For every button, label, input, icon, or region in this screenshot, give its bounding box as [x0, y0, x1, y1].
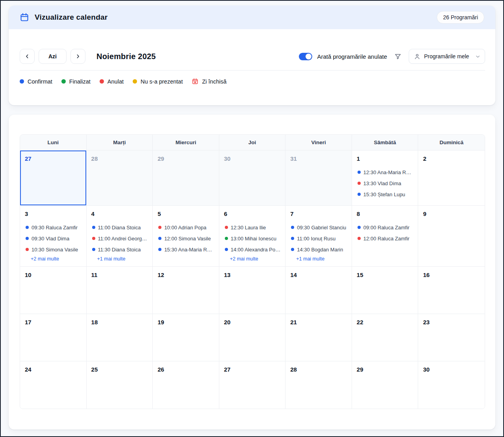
calendar-x-icon [192, 78, 198, 85]
day-number: 23 [423, 318, 480, 326]
day-cell[interactable]: 18 [87, 314, 153, 361]
day-cell[interactable]: 27 [219, 361, 286, 409]
day-cell[interactable]: 709:30 Gabriel Stanciu11:00 Ionuț Rusu14… [285, 206, 352, 267]
day-cell[interactable]: 21 [285, 314, 352, 361]
day-number: 26 [158, 366, 214, 374]
day-cell[interactable]: 510:00 Adrian Popa12:00 Simona Vasile15:… [153, 206, 219, 267]
event-item[interactable]: 12:30 Ana-Maria Radu [357, 167, 413, 178]
day-cell[interactable]: 27 [20, 151, 87, 206]
event-label: 13:00 Mihai Ionescu [231, 236, 276, 242]
event-label: 09:30 Gabriel Stanciu [297, 225, 346, 231]
event-status-dot [225, 248, 228, 251]
event-item[interactable]: 09:00 Raluca Zamfir [357, 222, 413, 233]
event-label: 12:30 Laura Ilie [231, 225, 266, 231]
day-cell[interactable]: 24 [20, 361, 87, 409]
day-cell[interactable]: 14 [285, 267, 352, 314]
day-cell[interactable]: 20 [219, 314, 286, 361]
day-cell[interactable]: 309:30 Raluca Zamfir09:30 Vlad Dima10:30… [20, 206, 87, 267]
next-month-button[interactable] [70, 49, 85, 64]
event-item[interactable]: 11:30 Diana Stoica [91, 244, 148, 255]
event-label: 12:30 Ana-Maria Radu [363, 169, 413, 175]
events-list: 12:30 Laura Ilie13:00 Mihai Ionescu14:00… [224, 222, 281, 255]
more-events-link[interactable]: +1 mai multe [97, 256, 126, 262]
day-cell[interactable]: 411:00 Diana Stoica11:00 Andrei Georges…… [87, 206, 153, 267]
event-item[interactable]: 12:00 Simona Vasile [158, 233, 214, 244]
event-item[interactable]: 14:30 Bogdan Marin [290, 244, 347, 255]
appointments-count-badge: 26 Programări [437, 11, 484, 24]
calendar-header-card: Vizualizare calendar 26 Programări Azi N… [9, 6, 495, 105]
event-label: 12:00 Raluca Zamfir [363, 236, 410, 242]
legend-item-3: Nu s-a prezentat [133, 78, 183, 85]
event-item[interactable]: 11:00 Diana Stoica [91, 222, 148, 233]
day-cell[interactable]: 2 [418, 151, 485, 206]
event-item[interactable]: 09:30 Vlad Dima [25, 233, 82, 244]
day-number: 8 [357, 210, 413, 218]
event-item[interactable]: 11:00 Ionuț Rusu [290, 233, 347, 244]
event-item[interactable]: 10:00 Adrian Popa [158, 222, 214, 233]
day-cell[interactable]: 9 [418, 206, 485, 267]
more-events-link[interactable]: +2 mai multe [230, 256, 258, 262]
status-dot-icon [133, 79, 137, 84]
status-dot-icon [20, 79, 24, 84]
day-cell[interactable]: 28 [87, 151, 153, 206]
event-item[interactable]: 13:00 Mihai Ionescu [224, 233, 281, 244]
event-item[interactable]: 13:30 Vlad Dima [357, 178, 413, 189]
event-status-dot [291, 248, 294, 251]
filter-button[interactable] [393, 52, 402, 61]
day-cell[interactable]: 22 [352, 314, 419, 361]
day-cell[interactable]: 15 [352, 267, 419, 314]
event-label: 13:30 Vlad Dima [363, 180, 401, 186]
day-cell[interactable]: 10 [20, 267, 87, 314]
day-number: 18 [91, 318, 148, 326]
day-cell[interactable]: 13 [219, 267, 286, 314]
more-events-link[interactable]: +2 mai multe [31, 256, 59, 262]
day-cell[interactable]: 28 [285, 361, 352, 409]
day-number: 19 [158, 318, 214, 326]
event-status-dot [92, 237, 95, 240]
event-item[interactable]: 15:30 Ana-Maria Radu [158, 244, 214, 255]
event-item[interactable]: 12:30 Laura Ilie [224, 222, 281, 233]
day-cell[interactable]: 23 [418, 314, 485, 361]
day-cell[interactable]: 16 [418, 267, 485, 314]
day-cell[interactable]: 31 [285, 151, 352, 206]
calendar-page: Vizualizare calendar 26 Programări Azi N… [0, 0, 504, 437]
legend-item-1: Finalizat [61, 78, 91, 85]
day-cell[interactable]: 29 [153, 151, 219, 206]
toolbar-divider [20, 70, 485, 71]
event-item[interactable]: 14:00 Alexandra Pop… [224, 244, 281, 255]
day-cell[interactable]: 17 [20, 314, 87, 361]
event-item[interactable]: 11:00 Andrei Georges… [91, 233, 148, 244]
show-cancelled-toggle[interactable] [299, 53, 312, 60]
today-button[interactable]: Azi [39, 49, 67, 64]
staff-filter-select[interactable]: Programările mele [409, 49, 485, 64]
weekday-header: Miercuri [153, 135, 219, 151]
prev-month-button[interactable] [20, 49, 35, 64]
day-cell[interactable]: 112:30 Ana-Maria Radu13:30 Vlad Dima15:3… [352, 151, 419, 206]
calendar-toolbar: Azi Noiembrie 2025 Arată programările an… [20, 49, 485, 64]
events-list: 09:00 Raluca Zamfir12:00 Raluca Zamfir [357, 222, 413, 244]
event-item[interactable]: 10:30 Simona Vasile [25, 244, 82, 255]
day-cell[interactable]: 25 [87, 361, 153, 409]
event-item[interactable]: 15:30 Ștefan Lupu [357, 189, 413, 200]
day-cell[interactable]: 19 [153, 314, 219, 361]
event-item[interactable]: 12:00 Raluca Zamfir [357, 233, 413, 244]
more-events-link[interactable]: +1 mai multe [296, 256, 324, 262]
event-item[interactable]: 09:30 Raluca Zamfir [25, 222, 82, 233]
day-cell[interactable]: 12 [153, 267, 219, 314]
day-cell[interactable]: 11 [87, 267, 153, 314]
day-cell[interactable]: 809:00 Raluca Zamfir12:00 Raluca Zamfir [352, 206, 419, 267]
day-cell[interactable]: 30 [418, 361, 485, 409]
weekday-header: Joi [219, 135, 286, 151]
day-cell[interactable]: 26 [153, 361, 219, 409]
week-row: 2728293031112:30 Ana-Maria Radu13:30 Vla… [20, 151, 485, 206]
day-number: 10 [25, 271, 82, 279]
day-cell[interactable]: 612:30 Laura Ilie13:00 Mihai Ionescu14:0… [219, 206, 286, 267]
day-number: 17 [25, 318, 82, 326]
day-number: 16 [423, 271, 480, 279]
weekday-header: Marți [87, 135, 153, 151]
event-item[interactable]: 09:30 Gabriel Stanciu [290, 222, 347, 233]
day-number: 24 [25, 366, 82, 374]
day-number: 12 [158, 271, 214, 279]
day-cell[interactable]: 30 [219, 151, 286, 206]
day-cell[interactable]: 29 [352, 361, 419, 409]
